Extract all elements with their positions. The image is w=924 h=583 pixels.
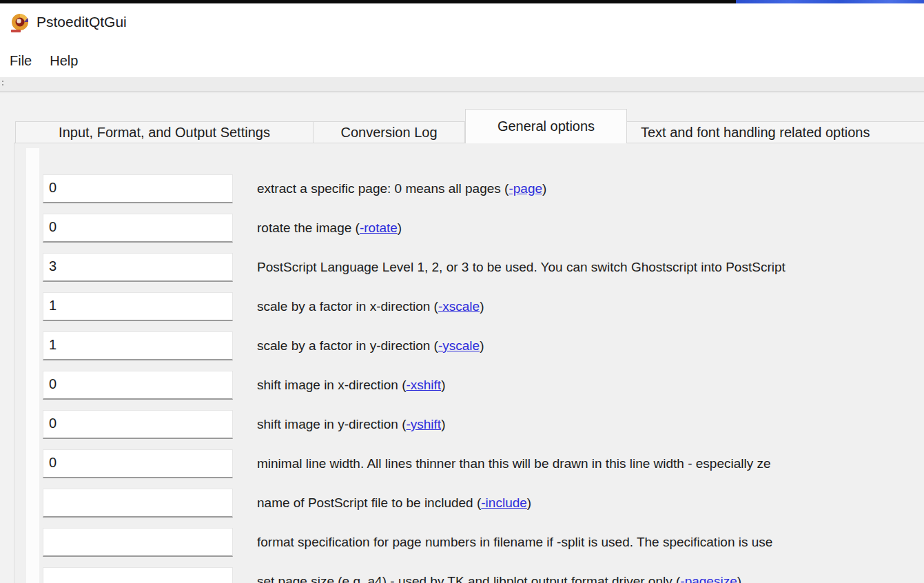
- general-options-pane: extract a specific page: 0 means all pag…: [14, 143, 924, 583]
- form-row: shift image in y-direction (-yshift): [14, 410, 924, 439]
- option-label: format specification for page numbers in…: [257, 528, 772, 557]
- option-label-text: minimal line width. All lines thinner th…: [257, 456, 771, 471]
- option-label-suffix: ): [398, 221, 402, 235]
- option-value-input[interactable]: [43, 449, 233, 478]
- option-label-text: shift image in x-direction (: [257, 378, 406, 392]
- form-row: format specification for page numbers in…: [14, 528, 924, 557]
- menu-bar: FileHelp: [0, 45, 924, 77]
- tab-general-options[interactable]: General options: [465, 109, 627, 143]
- form-row: extract a specific page: 0 means all pag…: [14, 174, 924, 203]
- option-label-text: rotate the image (: [257, 221, 360, 235]
- form-row: minimal line width. All lines thinner th…: [14, 449, 924, 478]
- option-label: PostScript Language Level 1, 2, or 3 to …: [257, 253, 786, 282]
- form-row: scale by a factor in x-direction (-xscal…: [14, 292, 924, 321]
- option-doc-link[interactable]: -include: [481, 495, 527, 510]
- option-doc-link[interactable]: -xshift: [406, 378, 441, 392]
- toolbar: [0, 77, 924, 92]
- option-value-input[interactable]: [43, 292, 233, 321]
- option-value-input[interactable]: [43, 371, 233, 400]
- option-label: name of PostScript file to be included (…: [257, 489, 531, 518]
- option-label-suffix: ): [441, 417, 445, 431]
- option-doc-link[interactable]: -yscale: [438, 338, 480, 353]
- option-value-input[interactable]: [43, 331, 233, 360]
- option-doc-link[interactable]: -page: [509, 181, 542, 196]
- form-row: shift image in x-direction (-xshift): [14, 371, 924, 400]
- form-row: PostScript Language Level 1, 2, or 3 to …: [14, 253, 924, 282]
- option-value-input[interactable]: [43, 528, 233, 557]
- option-label-suffix: ): [480, 338, 484, 353]
- menu-item-help[interactable]: Help: [41, 50, 87, 72]
- form-row: set page size (e.g. a4) - used by TK and…: [14, 567, 924, 583]
- option-label-text: extract a specific page: 0 means all pag…: [257, 181, 509, 196]
- option-label: shift image in y-direction (-yshift): [257, 410, 445, 439]
- option-label: scale by a factor in y-direction (-yscal…: [257, 331, 484, 360]
- option-label-text: format specification for page numbers in…: [257, 535, 772, 549]
- option-value-input[interactable]: [43, 489, 233, 518]
- option-label-text: scale by a factor in y-direction (: [257, 338, 438, 353]
- title-bar: PstoeditQtGui: [0, 3, 924, 45]
- option-label-text: scale by a factor in x-direction (: [257, 299, 438, 314]
- option-value-input[interactable]: [43, 174, 233, 203]
- option-label: extract a specific page: 0 means all pag…: [257, 174, 546, 203]
- tab-conversion-log[interactable]: Conversion Log: [314, 121, 465, 143]
- option-doc-link[interactable]: -yshift: [406, 417, 441, 431]
- tab-text-and-font-handling-related-options[interactable]: Text and font handling related options: [627, 121, 924, 143]
- option-label: set page size (e.g. a4) - used by TK and…: [257, 567, 741, 583]
- option-label-suffix: ): [527, 495, 531, 510]
- option-label-suffix: ): [480, 299, 484, 314]
- option-value-input[interactable]: [43, 410, 233, 439]
- option-label-suffix: ): [737, 574, 741, 583]
- form-row: scale by a factor in y-direction (-yscal…: [14, 331, 924, 360]
- option-doc-link[interactable]: -xscale: [438, 299, 480, 314]
- option-label-text: PostScript Language Level 1, 2, or 3 to …: [257, 260, 786, 274]
- tab-input-format-and-output-settings[interactable]: Input, Format, and Output Settings: [15, 121, 314, 143]
- option-label: rotate the image (-rotate): [257, 214, 402, 243]
- option-label-text: shift image in y-direction (: [257, 417, 406, 431]
- option-value-input[interactable]: [43, 214, 233, 243]
- option-label-suffix: ): [542, 181, 546, 196]
- window-title: PstoeditQtGui: [37, 14, 127, 30]
- option-label: minimal line width. All lines thinner th…: [257, 449, 771, 478]
- option-label-text: set page size (e.g. a4) - used by TK and…: [257, 574, 680, 583]
- pstoedit-app-icon[interactable]: [9, 12, 31, 34]
- option-label-text: name of PostScript file to be included (: [257, 495, 481, 510]
- option-doc-link[interactable]: -pagesize: [680, 574, 737, 583]
- option-doc-link[interactable]: -rotate: [360, 221, 398, 235]
- menu-item-file[interactable]: File: [1, 50, 41, 72]
- option-value-input[interactable]: [43, 567, 233, 583]
- toolbar-drag-handle-icon[interactable]: [2, 81, 5, 89]
- form-row: name of PostScript file to be included (…: [14, 489, 924, 518]
- form-row: rotate the image (-rotate): [14, 214, 924, 243]
- option-label: scale by a factor in x-direction (-xscal…: [257, 292, 484, 321]
- option-value-input[interactable]: [43, 253, 233, 282]
- option-label-suffix: ): [441, 378, 445, 392]
- option-label: shift image in x-direction (-xshift): [257, 371, 445, 400]
- tab-bar: Input, Format, and Output SettingsConver…: [15, 109, 924, 143]
